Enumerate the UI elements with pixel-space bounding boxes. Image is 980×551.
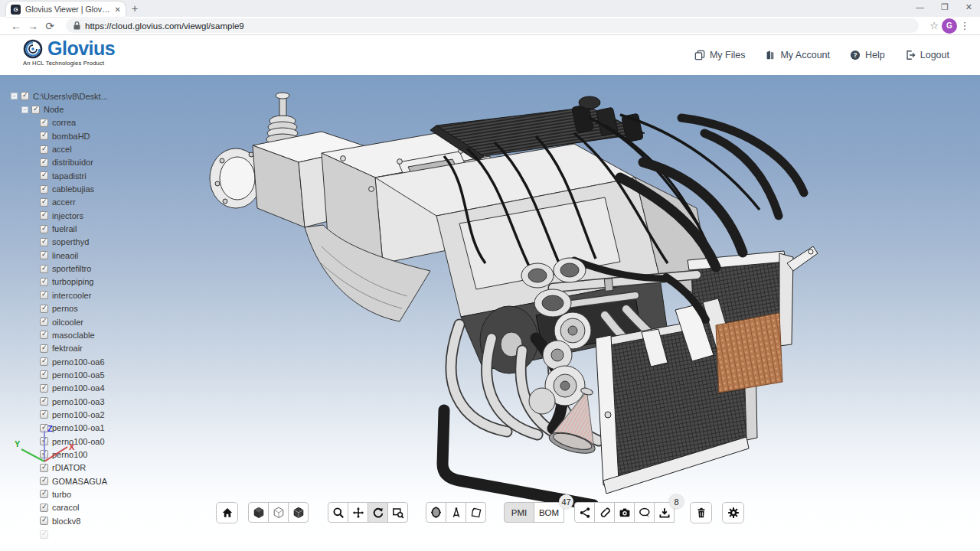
tree-item-row[interactable]: turbopiping (40, 276, 108, 289)
tree-item-row[interactable]: fektroair (40, 342, 108, 355)
nav-help[interactable]: ? Help (850, 50, 885, 60)
tree-checkbox[interactable] (40, 410, 48, 419)
nav-my-files[interactable]: My Files (694, 50, 746, 60)
tree-item-row[interactable]: lineaoil (40, 249, 108, 262)
window-restore-button[interactable]: ❐ (941, 2, 949, 12)
tree-item-label[interactable]: intercooler (52, 291, 91, 300)
tree-checkbox[interactable] (40, 238, 48, 246)
tree-checkbox[interactable] (21, 92, 29, 100)
engine-model[interactable] (207, 86, 819, 511)
tree-item-row[interactable]: perno100-oa5 (40, 368, 108, 381)
tree-item-label[interactable]: perno100-oa5 (52, 370, 105, 380)
forward-button[interactable]: → (24, 20, 41, 32)
tree-item-row[interactable]: soperthyd (40, 236, 108, 249)
tree-item-row[interactable]: accerr (40, 196, 108, 209)
tree-checkbox[interactable] (40, 119, 48, 127)
tree-item-label[interactable]: lineaoil (52, 251, 78, 260)
tree-item-row[interactable]: perno100-oa4 (40, 382, 108, 395)
reload-button[interactable]: ⟳ (41, 20, 58, 32)
tree-item-row[interactable]: distribuidor (40, 156, 108, 169)
comments-button[interactable] (634, 502, 655, 523)
tree-checkbox[interactable] (40, 211, 48, 220)
tree-item-label[interactable]: fektroair (52, 344, 83, 353)
tree-checkbox[interactable] (40, 158, 48, 167)
tree-item-row[interactable]: tapadistri (40, 169, 108, 182)
measure-button[interactable] (446, 502, 466, 523)
tree-checkbox[interactable] (40, 357, 48, 366)
tree-item-label[interactable]: injectors (52, 211, 83, 220)
tree-checkbox[interactable] (40, 225, 48, 233)
rotate-button[interactable] (368, 502, 388, 523)
tree-item-row[interactable]: bombaHD (40, 129, 108, 142)
tree-checkbox[interactable] (40, 397, 48, 406)
tree-item-label[interactable]: perno100-oa4 (52, 383, 105, 393)
tree-item-label[interactable]: masoclable (52, 331, 95, 340)
tree-item-label[interactable]: perno100-oa3 (52, 397, 105, 406)
tree-item-row[interactable]: injectors (40, 209, 108, 222)
profile-avatar[interactable]: G (942, 18, 957, 34)
tree-item-label[interactable]: tapadistri (52, 171, 87, 181)
tree-item-row[interactable]: intercooler (40, 289, 108, 302)
tree-item-label[interactable]: cablebujias (52, 184, 94, 194)
tree-item-row[interactable]: masoclable (40, 328, 108, 341)
tree-item-row[interactable]: turbo (40, 487, 108, 500)
tree-checkbox[interactable] (40, 370, 48, 379)
tree-checkbox[interactable] (40, 318, 48, 326)
tree-checkbox[interactable] (40, 344, 48, 353)
window-close-button[interactable]: ✕ (965, 2, 972, 12)
tree-item-label[interactable]: soperthyd (52, 237, 89, 246)
nav-logout[interactable]: Logout (905, 50, 949, 60)
tree-root-row[interactable]: − C:\Users\v8\Deskt... (11, 90, 108, 103)
tree-checkbox[interactable] (40, 331, 48, 339)
delete-button[interactable] (690, 502, 712, 523)
tree-node-row[interactable]: − Node (21, 103, 108, 116)
tree-item-label[interactable]: bombaHD (52, 132, 90, 141)
tree-item-row[interactable]: accel (40, 142, 108, 155)
tree-item-label[interactable]: pernos (52, 304, 78, 313)
home-view-button[interactable] (216, 502, 238, 523)
tree-checkbox[interactable] (40, 265, 48, 273)
tree-checkbox[interactable] (40, 198, 48, 207)
wireframe-mode-button[interactable] (268, 502, 289, 523)
tree-item-row[interactable]: sportefiltro (40, 262, 108, 275)
tree-node-label[interactable]: Node (44, 105, 64, 114)
shaded-edges-mode-button[interactable] (288, 502, 309, 523)
section-plane-button[interactable] (466, 502, 486, 523)
tree-item-label[interactable]: perno100-oa6 (52, 357, 105, 367)
tree-checkbox[interactable] (40, 132, 48, 140)
nav-my-account[interactable]: My Account (765, 50, 830, 60)
tree-checkbox[interactable] (40, 477, 48, 485)
tree-item-label[interactable]: GOMASAGUA (52, 477, 107, 486)
zoom-window-button[interactable] (387, 502, 408, 523)
viewport-3d[interactable]: − C:\Users\v8\Deskt... − Node correa bom… (0, 75, 980, 551)
tree-item-row[interactable]: pernos (40, 302, 108, 315)
tree-item-label[interactable]: correa (52, 118, 76, 127)
tree-checkbox[interactable] (40, 490, 48, 498)
tree-checkbox[interactable] (40, 251, 48, 259)
tree-item-label[interactable]: fuelrail (52, 224, 77, 233)
tree-item-label[interactable]: sportefiltro (52, 264, 91, 273)
tree-checkbox[interactable] (40, 305, 48, 313)
tree-item-row[interactable]: oilcooler (40, 315, 108, 328)
tree-item-label[interactable]: oilcooler (52, 318, 83, 327)
section-view-button[interactable] (426, 502, 446, 523)
tree-checkbox[interactable] (40, 278, 48, 286)
zoom-button[interactable] (328, 502, 348, 523)
attachment-button[interactable] (594, 502, 615, 523)
collapse-icon[interactable]: − (11, 93, 18, 99)
new-tab-button[interactable]: + (132, 2, 138, 15)
tree-item-row[interactable]: perno100-oa6 (40, 355, 108, 368)
tree-item-label[interactable]: distribuidor (52, 158, 93, 167)
collapse-icon[interactable]: − (21, 106, 28, 113)
browser-tab[interactable]: G Glovius Viewer | Glovius ✕ (6, 2, 126, 17)
window-minimize-button[interactable]: — (916, 2, 924, 12)
tree-item-label[interactable]: accerr (52, 197, 76, 207)
pmi-button[interactable]: PMI (504, 502, 534, 523)
tree-checkbox[interactable] (40, 145, 48, 154)
tree-checkbox[interactable] (31, 106, 40, 114)
tree-checkbox[interactable] (40, 185, 48, 194)
tree-item-row[interactable]: cablebujias (40, 182, 108, 195)
tree-checkbox[interactable] (40, 530, 48, 539)
tree-item-label[interactable]: accel (52, 145, 72, 154)
browser-menu-icon[interactable]: ⋮ (957, 20, 972, 31)
